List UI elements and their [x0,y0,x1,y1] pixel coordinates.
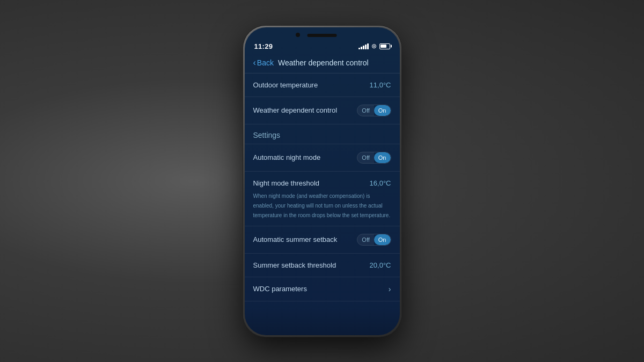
back-button[interactable]: ‹ Back [253,58,274,68]
outdoor-temp-value: 11,0°C [370,81,391,89]
automatic-night-mode-row: Automatic night mode Off On [245,144,400,172]
summer-setback-threshold-row: Summer setback threshold 20,0°C [245,254,400,277]
status-time: 11:29 [254,42,273,50]
weather-dependent-toggle[interactable]: Off On [357,105,391,116]
wifi-icon: ⊛ [371,42,377,50]
settings-label: Settings [253,131,281,139]
app-screen: 11:29 ⊛ ‹ [245,27,400,335]
summer-setback-toggle-on: On [374,234,391,245]
content-area: Outdoor temperature 11,0°C Weather depen… [245,73,400,335]
toggle-on-label: On [374,105,391,116]
phone-screen: 11:29 ⊛ ‹ [245,27,400,335]
night-mode-toggle-on: On [374,152,391,163]
summer-setback-toggle-off: Off [357,234,374,245]
automatic-night-mode-label: Automatic night mode [253,153,321,161]
night-mode-desc-text: When night mode (and weather compensatio… [253,193,391,218]
status-icons: ⊛ [358,42,390,50]
night-mode-threshold-row: Night mode threshold 16,0°C [245,172,400,190]
page-header: ‹ Back Weather dependent control [245,55,400,73]
phone-frame: 11:29 ⊛ ‹ [243,26,401,337]
back-chevron-icon: ‹ [253,58,256,68]
settings-section-header: Settings [245,124,400,144]
outdoor-temp-label: Outdoor temperature [253,81,318,89]
speaker-grille [308,34,337,37]
summer-setback-threshold-value: 20,0°C [370,261,391,269]
wdc-parameters-label: WDC parameters [253,285,307,293]
automatic-summer-setback-row: Automatic summer setback Off On [245,226,400,254]
camera-dot [296,33,300,37]
weather-dependent-control-row: Weather dependent control Off On [245,97,400,124]
night-mode-threshold-label: Night mode threshold [253,179,320,187]
toggle-off-label: Off [357,105,374,116]
back-label: Back [257,58,274,67]
wdc-parameters-row[interactable]: WDC parameters › [245,277,400,301]
chevron-right-icon: › [389,285,391,293]
outdoor-temp-row: Outdoor temperature 11,0°C [245,73,400,97]
summer-setback-threshold-label: Summer setback threshold [253,261,336,269]
automatic-summer-setback-label: Automatic summer setback [253,235,338,243]
night-mode-threshold-value: 16,0°C [370,179,391,187]
weather-dependent-label: Weather dependent control [253,106,338,114]
night-mode-description: When night mode (and weather compensatio… [245,190,400,226]
status-bar: 11:29 ⊛ [245,42,400,55]
page-title: Weather dependent control [278,58,369,67]
night-mode-toggle-off: Off [357,152,374,163]
battery-icon [379,43,390,49]
automatic-night-mode-toggle[interactable]: Off On [357,152,391,164]
signal-icon [358,43,369,49]
automatic-summer-setback-toggle[interactable]: Off On [357,234,391,246]
